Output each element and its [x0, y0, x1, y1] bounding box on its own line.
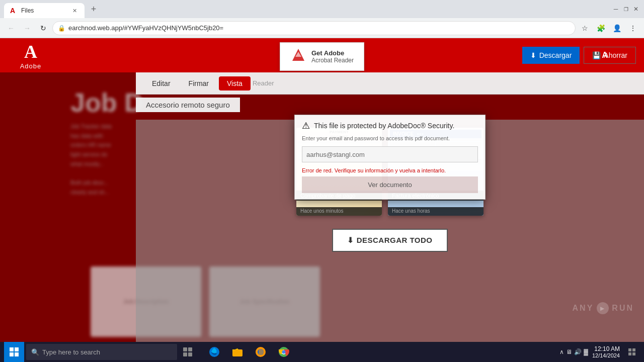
search-placeholder: Type here to search	[42, 348, 100, 356]
email-input[interactable]	[302, 146, 478, 162]
anyrun-watermark: ANY ▶ RUN	[573, 302, 634, 314]
download-icon: ⬇	[530, 51, 536, 59]
chrome-app[interactable]	[273, 342, 295, 362]
svg-rect-6	[188, 347, 192, 351]
search-icon: 🔍	[31, 348, 39, 356]
svg-rect-4	[15, 352, 19, 356]
svg-rect-7	[183, 352, 187, 356]
adobe-logo: A Adobe	[8, 38, 53, 72]
up-arrow-icon[interactable]: ∧	[559, 348, 564, 355]
svg-rect-17	[632, 348, 635, 351]
acrobat-icon	[290, 47, 306, 66]
svg-rect-19	[632, 352, 635, 355]
adobe-tab-icon: A	[10, 7, 18, 15]
save-icon: 💾	[592, 51, 601, 59]
svg-rect-16	[628, 348, 631, 351]
browser-tab-active[interactable]: A Files ✕	[4, 3, 85, 18]
svg-rect-18	[628, 352, 631, 355]
system-tray: ∧ 🖥 🔊 ▓ 12:10 AM 12/14/2024	[559, 344, 640, 360]
svg-rect-1	[10, 347, 14, 351]
adobe-header: A Adobe Get Adobe Acrobat Reader A ⬇ Des…	[0, 38, 644, 72]
svg-rect-3	[10, 352, 14, 356]
anyrun-text: ANY	[573, 304, 594, 313]
sign-button[interactable]: Firmar	[181, 76, 217, 90]
svg-rect-10	[232, 349, 243, 356]
firefox-app[interactable]	[250, 342, 272, 362]
anyrun-play-icon: ▶	[597, 302, 609, 314]
address-bar[interactable]: 🔒 earchnod.web.app/#YWFyaHVzQHNjYW5nbC5j…	[52, 21, 576, 35]
acrobat-banner-title: Get Adobe	[311, 49, 354, 57]
view-button[interactable]: Vista	[219, 76, 251, 90]
battery-icon: ▓	[584, 348, 588, 355]
file-explorer-app[interactable]	[226, 342, 249, 362]
dialog-body: Error de red. Verifique su información y…	[295, 144, 485, 199]
taskbar-search[interactable]: 🔍 Type here to search	[26, 344, 177, 360]
address-text: earchnod.web.app/#YWFyaHVzQHNjYW5nbC5jb2…	[68, 24, 223, 32]
download-button[interactable]: ⬇ Descargar	[522, 47, 580, 64]
tab-title: Files	[21, 7, 70, 14]
protected-file-dialog: ⚠ This file is protected by AdobeDoc® Se…	[294, 115, 486, 200]
date-value: 12/14/2024	[592, 352, 620, 358]
restore-button[interactable]: ❐	[622, 5, 630, 13]
svg-rect-2	[15, 347, 19, 351]
download-label: Descargar	[539, 51, 572, 59]
dialog-subtitle: Enter your email and password to access …	[295, 134, 485, 144]
browser-actions: ☆ 🧩 👤 ⋮	[578, 21, 640, 35]
acrobat-banner-subtitle: Acrobat Reader	[311, 57, 354, 64]
browser-profile-button[interactable]: 👤	[610, 21, 624, 35]
protected-dialog-overlay: ⚠ This file is protected by AdobeDoc® Se…	[136, 95, 644, 342]
warning-icon: ⚠	[302, 120, 310, 131]
adobe-logo-text: Adobe	[20, 62, 42, 70]
taskbar-apps	[203, 342, 295, 362]
taskbar: 🔍 Type here to search	[0, 342, 644, 362]
svg-rect-8	[188, 352, 192, 356]
time-value: 12:10 AM	[592, 345, 620, 352]
start-button[interactable]	[4, 342, 24, 362]
browser-controls: ← → ↻ 🔒 earchnod.web.app/#YWFyaHVzQHNjYW…	[0, 18, 644, 38]
extensions-button[interactable]: 🧩	[594, 21, 608, 35]
save-button[interactable]: 💾 Ahorrar	[584, 47, 636, 64]
new-tab-button[interactable]: +	[87, 2, 101, 16]
acrobat-reader-banner[interactable]: Get Adobe Acrobat Reader	[280, 42, 364, 71]
browser-menu-button[interactable]: ⋮	[626, 21, 640, 35]
network-icon[interactable]: 🖥	[566, 348, 572, 355]
task-view-button[interactable]	[177, 342, 199, 362]
lock-icon: 🔒	[58, 25, 65, 32]
edit-button[interactable]: Editar	[144, 76, 179, 90]
edge-browser-app[interactable]	[203, 342, 225, 362]
view-document-button[interactable]: Ver documento	[302, 176, 478, 193]
anyrun-text2: RUN	[612, 304, 634, 313]
reader-label: Reader	[253, 79, 274, 87]
svg-rect-5	[183, 347, 187, 351]
adobe-logo-letter: A	[24, 41, 37, 62]
dialog-header: ⚠ This file is protected by AdobeDoc® Se…	[295, 115, 485, 134]
notification-button[interactable]	[624, 344, 640, 360]
adobe-toolbar: Editar Firmar Vista Reader	[136, 72, 644, 95]
close-window-button[interactable]: ✕	[632, 5, 640, 13]
refresh-button[interactable]: ↻	[36, 21, 50, 35]
clock[interactable]: 12:10 AM 12/14/2024	[592, 345, 620, 358]
back-button[interactable]: ←	[4, 21, 18, 35]
acrobat-banner-content: Get Adobe Acrobat Reader	[311, 49, 354, 64]
error-message: Error de red. Verifique su información y…	[302, 167, 478, 173]
forward-button[interactable]: →	[20, 21, 34, 35]
svg-point-15	[282, 350, 286, 354]
tray-icons: ∧ 🖥 🔊 ▓	[559, 348, 588, 355]
volume-icon[interactable]: 🔊	[574, 348, 582, 355]
save-label: Ahorrar	[604, 51, 627, 59]
tab-close-button[interactable]: ✕	[70, 7, 78, 15]
header-actions: ⬇ Descargar 💾 Ahorrar	[522, 47, 636, 64]
browser-tab-bar: A Files ✕ + ─ ❐ ✕	[0, 0, 644, 18]
minimize-button[interactable]: ─	[612, 5, 620, 13]
bookmark-star-button[interactable]: ☆	[578, 21, 592, 35]
dialog-title: This file is protected by AdobeDoc® Secu…	[314, 122, 454, 130]
